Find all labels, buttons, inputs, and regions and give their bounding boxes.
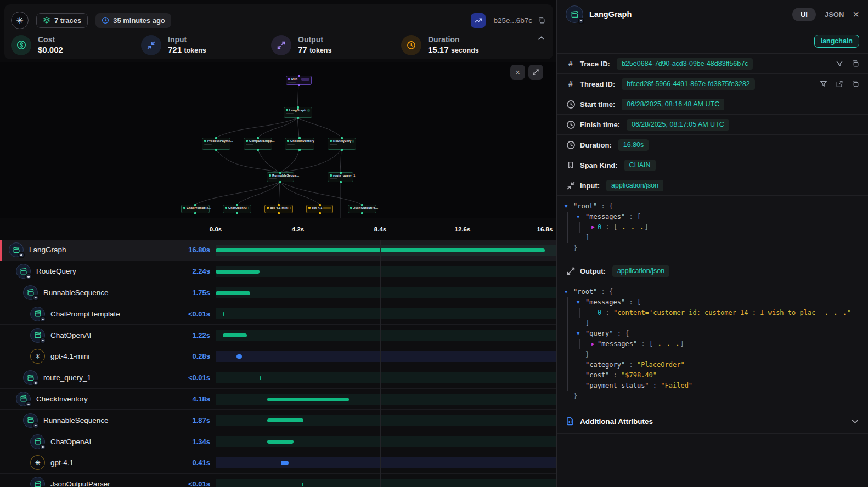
graph-node-processpayment[interactable]: ProcessPayme... [202,138,230,150]
field-value[interactable]: b25e0684-7d90-acd3-09be-48d83ff56b7c [617,58,753,70]
span-bar[interactable] [223,312,224,316]
copy-icon[interactable] [538,16,545,24]
langchain-sub-badge-icon [40,444,46,450]
stat-label: Cost [38,35,63,44]
span-duration: 1.34s [192,438,210,446]
field-value[interactable]: application/json [606,180,663,191]
collapse-triangle-icon[interactable]: ▼ [577,297,585,308]
field-label: Trace ID: [580,60,610,68]
stat-value: 77 [298,45,307,54]
graph-node-route_query_1[interactable]: route_query_1 [328,172,353,182]
graph-node-label: RunnableSeque... [272,174,299,177]
span-duration: 1.75s [192,288,210,297]
filter-icon[interactable] [820,80,827,88]
expand-triangle-icon[interactable]: ▶ [589,339,598,349]
span-bar[interactable] [302,483,303,486]
span-bar[interactable] [236,354,242,359]
span-row-chatopenai[interactable]: ChatOpenAI1.22s [0,325,556,346]
graph-node-routequery[interactable]: RouteQuery [328,138,356,150]
analytics-button[interactable] [471,13,486,28]
span-bar[interactable] [223,333,247,337]
span-row-route-query-1[interactable]: route_query_1<0.01s [0,367,556,389]
span-row-jsonoutputparser[interactable]: JsonOutputParser<0.01s [0,474,556,487]
field-finish-time: Finish time:06/28/2025, 08:17:05 AM UTC [557,115,868,135]
json-line: } [565,391,859,401]
additional-attributes-section[interactable]: Additional Attributes [557,409,868,434]
graph-node-run[interactable]: Run [286,76,312,85]
copy-icon[interactable] [852,60,859,67]
framework-badge[interactable]: langchain [814,35,859,48]
tab-json[interactable]: JSON [825,10,844,19]
langchain-sub-badge-icon [32,422,39,429]
field-value[interactable]: 06/28/2025, 08:17:05 AM UTC [627,119,729,131]
graph-node-computeshipping[interactable]: ComputeShipp... [244,138,272,150]
trace-graph-panel: RunLangGraphProcessPayme...ComputeShipp.… [0,62,556,218]
span-bar[interactable] [281,461,289,465]
graph-node-chatopenai[interactable]: ChatOpenAI [223,205,251,213]
span-bar[interactable] [216,270,260,274]
trace-id-short[interactable]: b25e...6b7c [493,16,532,25]
traces-count-badge[interactable]: 7 traces [36,13,88,28]
stat-output: Output77 tokens [271,33,401,57]
json-line: "payment_status" : "Failed" [565,381,859,391]
collapse-summary-button[interactable] [537,34,545,42]
collapse-triangle-icon[interactable]: ▼ [577,212,585,222]
json-line: } [565,349,859,360]
span-bar[interactable] [267,440,294,444]
span-duration: 4.18s [192,395,210,403]
span-row-langgraph[interactable]: LangGraph16.80s [0,240,556,261]
traces-count-label: 7 traces [54,16,81,25]
field-value[interactable]: 16.80s [618,139,649,151]
graph-close-button[interactable]: × [510,65,525,80]
span-row-runnablesequence[interactable]: RunnableSequence1.75s [0,282,556,304]
field-value[interactable]: bfced28f-5966-4491-867e-fd3875fe3282 [622,78,755,90]
tab-ui[interactable]: UI [792,8,816,21]
collapse-triangle-icon[interactable]: ▼ [565,287,573,297]
graph-node-gpt41[interactable]: gpt-4.1 [306,205,333,213]
span-row-routequery[interactable]: RouteQuery2.24s [0,261,556,282]
span-bar[interactable] [216,248,545,252]
stat-value: 15.17 [428,45,449,54]
collapse-triangle-icon[interactable]: ▼ [577,329,585,339]
copy-icon[interactable] [852,80,859,88]
json-line: 0 : "content='customer_id: customer_14 :… [565,308,859,318]
field-value[interactable]: 06/28/2025, 08:16:48 AM UTC [622,99,724,110]
graph-node-runnablesequence[interactable]: RunnableSeque... [267,172,294,182]
graph-node-jsonoutputparser[interactable]: JsonOutputPa... [348,205,376,213]
row-stripe [216,287,556,298]
graph-node-checkinventory[interactable]: CheckInventory [285,138,314,150]
span-row-runnablesequence[interactable]: RunnableSequence1.87s [0,410,556,431]
field-start-time: Start time:06/28/2025, 08:16:48 AM UTC [557,94,868,115]
span-row-chatopenai[interactable]: ChatOpenAI1.34s [0,431,556,452]
json-line: ] [565,233,859,243]
span-bar[interactable] [267,418,304,422]
inspector-close-icon[interactable]: × [853,9,859,20]
span-name: gpt-4.1 [50,458,74,467]
span-row-checkinventory[interactable]: CheckInventory4.18s [0,389,556,410]
field-value[interactable]: CHAIN [624,160,656,171]
graph-expand-button[interactable] [528,65,543,80]
span-row-gpt-4-1-mini[interactable]: ✳gpt-4.1-mini0.28s [0,346,556,367]
row-stripe [216,372,556,383]
span-bar[interactable] [216,291,250,295]
expand-triangle-icon[interactable]: ▶ [589,222,598,233]
filter-icon[interactable] [836,60,843,67]
span-bar[interactable] [260,376,261,380]
graph-node-gpt41mini[interactable]: gpt-4.1-mini [264,205,293,213]
trend-line-icon [474,16,482,25]
axis-tick: 16.8s [537,226,553,233]
framework-badge-row: langchain [557,29,868,54]
json-line: } [565,243,859,253]
span-waterfall: LangGraph16.80sRouteQuery2.24sRunnableSe… [0,240,556,487]
span-bar[interactable] [267,398,349,401]
external-icon[interactable] [836,80,843,88]
span-row-gpt-4-1[interactable]: ✳gpt-4.10.41s [0,452,556,474]
graph-node-chatprompttemplate[interactable]: ChatPromptTe... [181,205,210,213]
chevron-down-icon[interactable] [851,417,859,426]
span-duration: 0.41s [192,458,210,467]
graph-node-label: ChatOpenAI [228,206,247,209]
span-row-chatprompttemplate[interactable]: ChatPromptTemplate<0.01s [0,303,556,325]
graph-node-langgraph[interactable]: LangGraph [284,107,312,118]
collapse-triangle-icon[interactable]: ▼ [565,201,573,212]
field-value[interactable]: application/json [612,265,669,277]
